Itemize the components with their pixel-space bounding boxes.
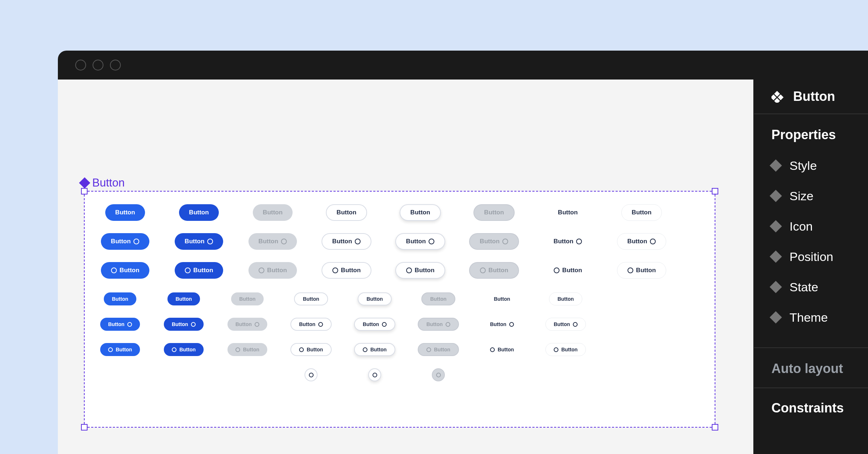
- variant-icon: [770, 311, 782, 324]
- variant-button[interactable]: Button: [290, 343, 332, 356]
- variant-button[interactable]: Button: [101, 233, 150, 250]
- variant-button[interactable]: Button: [175, 262, 224, 279]
- property-row[interactable]: IconOff, On: [771, 211, 868, 241]
- placeholder-icon: [406, 267, 412, 273]
- properties-panel: Button Properties + StylePrimary, s: [754, 80, 868, 454]
- variant-button[interactable]: Button: [322, 233, 372, 250]
- button-label: Button: [410, 209, 430, 216]
- variant-button[interactable]: Button: [105, 204, 145, 221]
- variant-button[interactable]: Button: [354, 343, 395, 356]
- variant-button[interactable]: [368, 368, 381, 381]
- placeholder-icon: [309, 373, 314, 377]
- variant-button[interactable]: Button: [545, 318, 586, 331]
- placeholder-icon: [111, 267, 117, 273]
- variant-button[interactable]: Button: [469, 262, 519, 279]
- variant-button[interactable]: Button: [227, 343, 267, 356]
- variant-button[interactable]: Button: [482, 318, 522, 331]
- variant-button[interactable]: Button: [621, 204, 662, 221]
- variant-button[interactable]: Button: [617, 233, 667, 250]
- variant-button[interactable]: Button: [400, 204, 441, 221]
- placeholder-icon: [332, 267, 338, 273]
- property-row[interactable]: SizeMedium, Small: [771, 181, 868, 211]
- button-label: Button: [489, 267, 509, 274]
- variant-button[interactable]: [432, 368, 445, 381]
- button-label: Button: [172, 321, 188, 327]
- property-row[interactable]: ThemeOff: [771, 303, 868, 332]
- selection-handle-top-right[interactable]: [712, 188, 718, 194]
- window-minimize-button[interactable]: [93, 60, 103, 70]
- selection-handle-bottom-left[interactable]: [81, 424, 88, 431]
- selection-handle-bottom-right[interactable]: [712, 424, 718, 431]
- constraints-section-title: Constraints: [771, 401, 844, 416]
- window-close-button[interactable]: [75, 60, 86, 70]
- variant-icon: [770, 190, 782, 202]
- button-label: Button: [494, 296, 510, 302]
- button-label: Button: [627, 238, 647, 245]
- placeholder-icon: [172, 347, 176, 352]
- button-label: Button: [111, 238, 131, 245]
- variant-button[interactable]: Button: [421, 292, 455, 305]
- window-titlebar: [58, 51, 868, 80]
- variant-button[interactable]: Button: [486, 292, 518, 305]
- variant-button[interactable]: Button: [290, 318, 332, 331]
- variant-button[interactable]: Button: [545, 343, 586, 356]
- selection-handle-top-left[interactable]: [81, 188, 88, 194]
- variant-button[interactable]: Button: [469, 233, 519, 250]
- variant-button[interactable]: Button: [354, 318, 395, 331]
- variant-button[interactable]: Button: [544, 233, 592, 250]
- variant-button[interactable]: Button: [231, 292, 263, 305]
- canvas[interactable]: Button ButtonButtonButtonButtonButtonBut…: [58, 80, 753, 454]
- variant-button[interactable]: Button: [395, 262, 446, 279]
- placeholder-icon: [259, 267, 264, 273]
- variant-button[interactable]: Button: [549, 292, 582, 305]
- placeholder-icon: [299, 347, 304, 352]
- variant-button[interactable]: Button: [395, 233, 446, 250]
- variant-button[interactable]: Button: [164, 318, 204, 331]
- component-frame-title: Button: [92, 176, 125, 189]
- selection-frame[interactable]: ButtonButtonButtonButtonButtonButtonButt…: [84, 191, 715, 428]
- variant-button[interactable]: Button: [227, 318, 267, 331]
- variant-button[interactable]: Button: [418, 318, 459, 331]
- property-row[interactable]: PositionOff, Right, Left, I...: [771, 242, 868, 271]
- variant-button[interactable]: Button: [100, 343, 140, 356]
- variant-button[interactable]: Button: [175, 233, 224, 250]
- property-row[interactable]: StylePrimary, second...: [771, 151, 868, 180]
- variant-button[interactable]: Button: [253, 204, 293, 221]
- variant-button[interactable]: Button: [482, 343, 522, 356]
- variant-button[interactable]: Button: [326, 204, 367, 221]
- variant-button[interactable]: Button: [179, 204, 219, 221]
- button-label: Button: [498, 347, 514, 352]
- variant-button[interactable]: Button: [100, 318, 140, 331]
- placeholder-icon: [650, 239, 656, 244]
- variant-button[interactable]: Button: [358, 292, 391, 305]
- variant-button[interactable]: Button: [473, 204, 515, 221]
- placeholder-icon: [429, 239, 434, 244]
- variant-button[interactable]: Button: [248, 262, 297, 279]
- variant-button[interactable]: Button: [548, 204, 588, 221]
- variant-button[interactable]: Button: [294, 292, 328, 305]
- button-label: Button: [332, 238, 352, 245]
- window-zoom-button[interactable]: [110, 60, 121, 70]
- placeholder-icon: [207, 239, 213, 244]
- variant-button[interactable]: Button: [167, 292, 200, 305]
- placeholder-icon: [576, 239, 582, 244]
- button-label: Button: [337, 209, 357, 216]
- variant-button[interactable]: Button: [617, 262, 667, 279]
- variant-button[interactable]: [305, 368, 318, 381]
- button-label: Button: [299, 321, 315, 327]
- variant-button[interactable]: Button: [418, 343, 459, 356]
- placeholder-icon: [627, 267, 633, 273]
- variant-button[interactable]: Button: [322, 262, 372, 279]
- app-window: Button ButtonButtonButtonButtonButtonBut…: [58, 51, 868, 454]
- property-row[interactable]: StateDisabled, Restin...: [771, 272, 868, 302]
- variant-button[interactable]: Button: [544, 262, 592, 279]
- button-label: Button: [115, 209, 135, 216]
- placeholder-icon: [554, 267, 559, 273]
- variant-button[interactable]: Button: [164, 343, 204, 356]
- variant-button[interactable]: Button: [101, 262, 150, 279]
- variant-button[interactable]: Button: [104, 292, 136, 305]
- button-label: Button: [116, 347, 132, 352]
- variant-button[interactable]: Button: [248, 233, 297, 250]
- button-label: Button: [557, 296, 574, 302]
- button-label: Button: [370, 347, 387, 352]
